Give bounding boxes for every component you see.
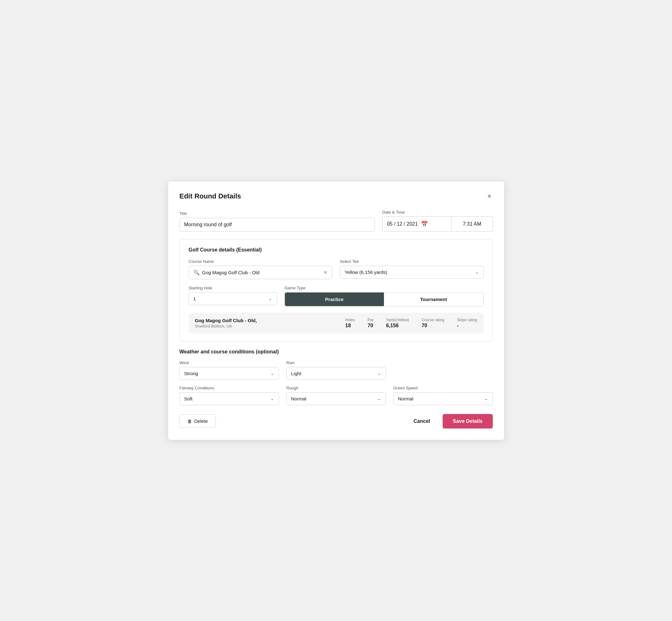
course-search-input[interactable] <box>202 270 321 275</box>
game-type-label: Game Type <box>285 286 484 290</box>
stat-par: Par 70 <box>368 318 374 329</box>
title-input[interactable] <box>179 218 375 232</box>
chevron-down-icon: ⌄ <box>377 371 381 376</box>
course-search-wrap[interactable]: 🔍 ✕ <box>189 266 333 279</box>
yards-value: 6,156 <box>386 323 399 329</box>
starting-hole-value: 1 <box>194 296 196 301</box>
golf-course-section-title: Golf Course details (Essential) <box>189 247 484 253</box>
slope-rating-label: Slope rating <box>457 318 477 322</box>
yards-label: Yards(Yellow) <box>386 318 409 322</box>
par-value: 70 <box>368 323 373 329</box>
chevron-down-icon: ⌄ <box>484 396 488 401</box>
datetime-field-group: Date & Time 05 / 12 / 2021 📅 7:31 AM <box>382 210 493 232</box>
course-rating-value: 70 <box>421 323 427 329</box>
search-icon: 🔍 <box>194 270 200 276</box>
course-row: Course Name 🔍 ✕ Select Tee Yellow (6,156… <box>189 259 484 279</box>
course-info-name: Gog Magog Golf Club - Old, Shelford Bott… <box>195 318 345 329</box>
green-speed-dropdown[interactable]: Normal ⌄ <box>393 392 493 405</box>
delete-button[interactable]: 🗑 Delete <box>179 414 216 428</box>
chevron-down-icon: ⌄ <box>268 296 272 301</box>
weather-section: Weather and course conditions (optional)… <box>179 349 493 405</box>
fairway-group: Fairway Conditions Soft ⌄ <box>179 385 279 405</box>
rain-group: Rain Light ⌄ <box>287 360 386 380</box>
delete-label: Delete <box>194 418 208 424</box>
stat-yards: Yards(Yellow) 6,156 <box>386 318 409 329</box>
fairway-dropdown[interactable]: Soft ⌄ <box>179 392 279 405</box>
wind-rain-row: Wind Strong ⌄ Rain Light ⌄ <box>179 360 493 380</box>
stat-course-rating: Course rating 70 <box>421 318 444 329</box>
wind-group: Wind Strong ⌄ <box>179 360 279 380</box>
edit-round-modal: Edit Round Details × Title Date & Time 0… <box>168 181 504 440</box>
course-stats: Holes 18 Par 70 Yards(Yellow) 6,156 Cour… <box>345 318 477 329</box>
weather-section-title: Weather and course conditions (optional) <box>179 349 493 355</box>
practice-toggle-button[interactable]: Practice <box>285 292 384 306</box>
title-label: Title <box>179 211 375 216</box>
fairway-value: Soft <box>184 396 193 401</box>
wind-dropdown[interactable]: Strong ⌄ <box>179 367 279 380</box>
rough-dropdown[interactable]: Normal ⌄ <box>287 392 386 405</box>
cancel-button[interactable]: Cancel <box>409 415 435 428</box>
rain-dropdown[interactable]: Light ⌄ <box>287 367 386 380</box>
close-button[interactable]: × <box>486 192 493 201</box>
conditions-row: Fairway Conditions Soft ⌄ Rough Normal ⌄… <box>179 385 493 405</box>
calendar-icon: 📅 <box>421 220 428 227</box>
rough-group: Rough Normal ⌄ <box>287 385 386 405</box>
time-value: 7:31 AM <box>463 221 481 227</box>
datetime-label: Date & Time <box>382 210 493 215</box>
green-speed-group: Green Speed Normal ⌄ <box>393 385 493 405</box>
chevron-down-icon: ⌄ <box>377 396 381 401</box>
wind-value: Strong <box>184 371 198 376</box>
rough-label: Rough <box>287 385 386 390</box>
hole-gametype-row: Starting Hole 1 ⌄ Game Type Practice Tou… <box>189 286 484 306</box>
fairway-label: Fairway Conditions <box>179 385 279 390</box>
clear-icon[interactable]: ✕ <box>323 270 328 276</box>
date-input[interactable]: 05 / 12 / 2021 📅 <box>382 216 452 232</box>
select-tee-dropdown[interactable]: Yellow (6,156 yards) ⌄ <box>340 266 484 279</box>
title-field-group: Title <box>179 211 375 232</box>
course-info-row: Gog Magog Golf Club - Old, Shelford Bott… <box>189 313 484 334</box>
course-rating-label: Course rating <box>421 318 444 322</box>
green-speed-value: Normal <box>398 396 413 401</box>
starting-hole-label: Starting Hole <box>189 286 277 290</box>
course-info-location: Shelford Bottom, UK <box>195 324 345 329</box>
rain-label: Rain <box>287 360 386 365</box>
save-button[interactable]: Save Details <box>443 414 493 428</box>
top-row: Title Date & Time 05 / 12 / 2021 📅 7:31 … <box>179 210 493 232</box>
select-tee-value: Yellow (6,156 yards) <box>344 270 387 275</box>
starting-hole-group: Starting Hole 1 ⌄ <box>189 286 277 306</box>
tournament-toggle-button[interactable]: Tournament <box>384 292 483 306</box>
game-type-group: Game Type Practice Tournament <box>285 286 484 306</box>
stat-slope-rating: Slope rating - <box>457 318 477 329</box>
rain-value: Light <box>291 371 302 376</box>
select-tee-label: Select Tee <box>340 259 484 264</box>
time-input[interactable]: 7:31 AM <box>452 216 493 232</box>
golf-course-section: Golf Course details (Essential) Course N… <box>179 239 493 341</box>
date-value: 05 / 12 / 2021 <box>387 221 418 227</box>
holes-label: Holes <box>345 318 355 322</box>
select-tee-group: Select Tee Yellow (6,156 yards) ⌄ <box>340 259 484 279</box>
slope-rating-value: - <box>457 323 458 329</box>
par-label: Par <box>368 318 374 322</box>
stat-holes: Holes 18 <box>345 318 355 329</box>
rough-value: Normal <box>291 396 306 401</box>
footer-right: Cancel Save Details <box>409 414 493 428</box>
trash-icon: 🗑 <box>187 419 192 424</box>
modal-title: Edit Round Details <box>179 192 241 200</box>
wind-label: Wind <box>179 360 279 365</box>
course-info-name-text: Gog Magog Golf Club - Old, <box>195 318 345 323</box>
footer-row: 🗑 Delete Cancel Save Details <box>179 414 493 428</box>
game-type-toggle: Practice Tournament <box>285 292 484 306</box>
modal-header: Edit Round Details × <box>179 192 493 201</box>
course-name-label: Course Name <box>189 259 333 264</box>
course-name-group: Course Name 🔍 ✕ <box>189 259 333 279</box>
chevron-down-icon: ⌄ <box>475 270 479 275</box>
chevron-down-icon: ⌄ <box>270 371 274 376</box>
starting-hole-dropdown[interactable]: 1 ⌄ <box>189 292 277 305</box>
datetime-group: 05 / 12 / 2021 📅 7:31 AM <box>382 216 493 232</box>
holes-value: 18 <box>345 323 351 329</box>
chevron-down-icon: ⌄ <box>270 396 274 401</box>
green-speed-label: Green Speed <box>393 385 493 390</box>
